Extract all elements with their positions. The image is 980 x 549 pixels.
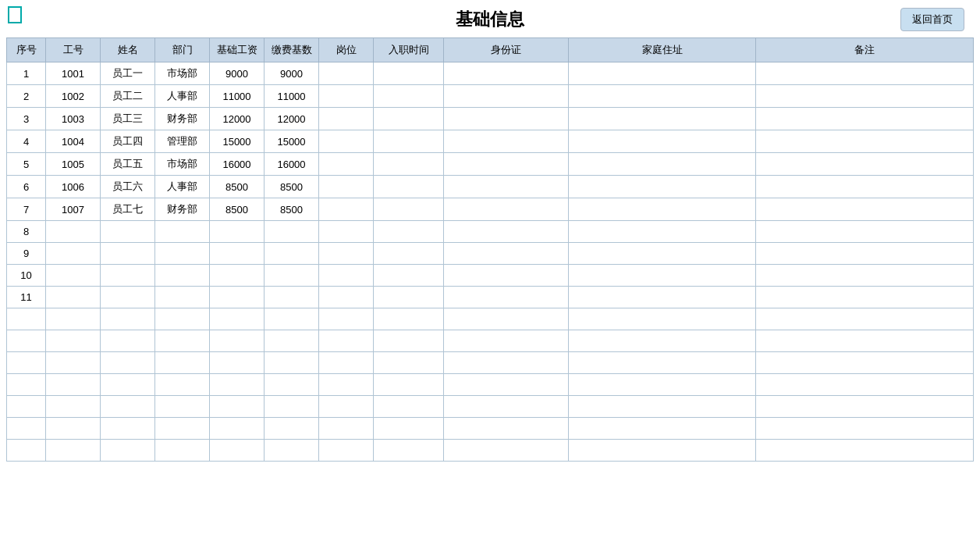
cell-dept: [155, 221, 210, 243]
cell-seq: 5: [7, 153, 46, 176]
cell-seq: 6: [7, 176, 46, 198]
data-table: 序号 工号 姓名 部门 基础工资 缴费基数 岗位 入职时间 身份证 家庭住址 备…: [6, 37, 974, 462]
cell-id_card: [444, 108, 569, 130]
table-header-row: 序号 工号 姓名 部门 基础工资 缴费基数 岗位 入职时间 身份证 家庭住址 备…: [7, 38, 974, 62]
cell-id_card: [444, 198, 569, 221]
cell-id_card: [444, 243, 569, 265]
cell-id: [46, 265, 101, 287]
cell-position: [319, 418, 374, 440]
cell-base_fee: 15000: [265, 130, 319, 153]
cell-base_salary: [210, 308, 265, 330]
cell-join_date: [374, 221, 444, 243]
cell-base_salary: [210, 330, 265, 352]
cell-base_fee: [265, 243, 319, 265]
cell-address: [569, 308, 756, 330]
cell-dept: [155, 374, 210, 396]
cell-id: [46, 396, 101, 418]
cell-remark: [756, 352, 974, 374]
header-join-date: 入职时间: [374, 38, 444, 62]
cell-address: [569, 108, 756, 130]
cell-id_card: [444, 85, 569, 108]
cell-base_fee: [265, 308, 319, 330]
cell-id: [46, 243, 101, 265]
header-base-fee: 缴费基数: [265, 38, 319, 62]
cell-position: [319, 108, 374, 130]
cell-base_salary: 8500: [210, 198, 265, 221]
cell-remark: [756, 130, 974, 153]
cell-id_card: [444, 176, 569, 198]
cell-name: 员工一: [101, 62, 155, 85]
cell-base_fee: [265, 374, 319, 396]
cell-join_date: [374, 265, 444, 287]
cell-address: [569, 330, 756, 352]
table-row: 51005员工五市场部1600016000: [7, 153, 974, 176]
cell-base_fee: [265, 265, 319, 287]
cell-base_fee: [265, 396, 319, 418]
cell-id_card: [444, 418, 569, 440]
cell-position: [319, 352, 374, 374]
cell-base_salary: 16000: [210, 153, 265, 176]
cell-name: [101, 221, 155, 243]
cell-position: [319, 374, 374, 396]
cell-seq: 8: [7, 221, 46, 243]
cell-remark: [756, 287, 974, 308]
cell-address: [569, 153, 756, 176]
cell-dept: [155, 440, 210, 462]
table-row: 31003员工三财务部1200012000: [7, 108, 974, 130]
cell-position: [319, 265, 374, 287]
cell-id_card: [444, 153, 569, 176]
table-row: 21002员工二人事部1100011000: [7, 85, 974, 108]
cell-id: [46, 440, 101, 462]
cell-position: [319, 153, 374, 176]
cell-join_date: [374, 287, 444, 308]
cell-seq: [7, 308, 46, 330]
table-row: [7, 352, 974, 374]
cell-seq: [7, 330, 46, 352]
cell-seq: 3: [7, 108, 46, 130]
header-area: 基础信息 返回首页: [0, 0, 980, 37]
cell-id_card: [444, 330, 569, 352]
cell-join_date: [374, 62, 444, 85]
cell-seq: [7, 440, 46, 462]
cell-join_date: [374, 352, 444, 374]
cell-name: 员工三: [101, 108, 155, 130]
cell-position: [319, 85, 374, 108]
cell-position: [319, 440, 374, 462]
cell-dept: [155, 418, 210, 440]
cell-dept: 财务部: [155, 198, 210, 221]
cell-remark: [756, 243, 974, 265]
cell-base_fee: [265, 287, 319, 308]
cell-seq: 10: [7, 265, 46, 287]
table-row: 8: [7, 221, 974, 243]
cell-dept: 市场部: [155, 153, 210, 176]
table-row: [7, 396, 974, 418]
cell-base_fee: [265, 221, 319, 243]
cell-base_salary: 11000: [210, 85, 265, 108]
page-title: 基础信息: [456, 8, 524, 31]
cell-name: 员工二: [101, 85, 155, 108]
cell-remark: [756, 396, 974, 418]
cell-name: [101, 396, 155, 418]
cell-id: [46, 330, 101, 352]
cell-address: [569, 374, 756, 396]
cell-base_fee: 9000: [265, 62, 319, 85]
cell-position: [319, 308, 374, 330]
cell-base_fee: 16000: [265, 153, 319, 176]
table-row: [7, 440, 974, 462]
cell-id: [46, 308, 101, 330]
table-row: [7, 418, 974, 440]
cell-name: [101, 352, 155, 374]
return-home-button[interactable]: 返回首页: [900, 8, 964, 31]
cell-remark: [756, 153, 974, 176]
cell-seq: 2: [7, 85, 46, 108]
header-position: 岗位: [319, 38, 374, 62]
cell-address: [569, 198, 756, 221]
cell-id_card: [444, 221, 569, 243]
cell-id: 1003: [46, 108, 101, 130]
cell-base_fee: [265, 330, 319, 352]
cell-address: [569, 130, 756, 153]
cell-join_date: [374, 374, 444, 396]
cell-join_date: [374, 330, 444, 352]
cell-base_salary: 12000: [210, 108, 265, 130]
cell-remark: [756, 440, 974, 462]
